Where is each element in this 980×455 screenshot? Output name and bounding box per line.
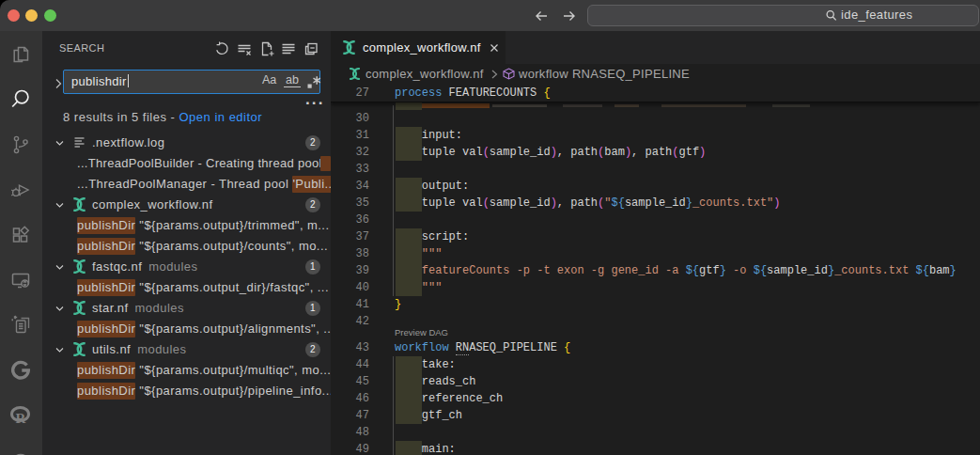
svg-text:R: R: [16, 411, 26, 426]
